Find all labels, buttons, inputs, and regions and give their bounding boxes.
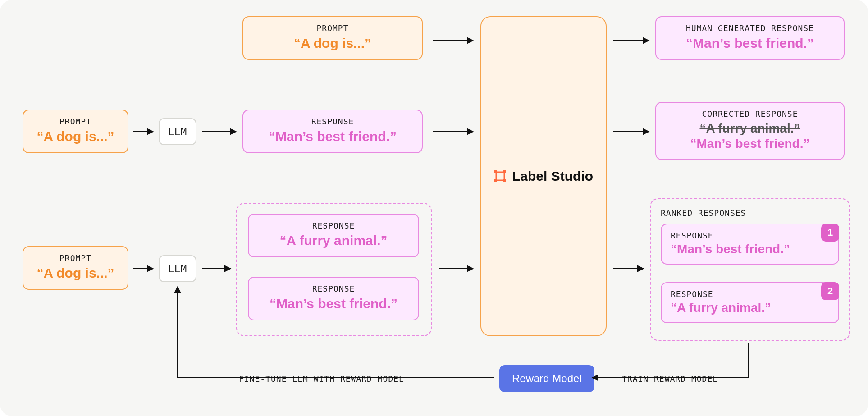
diagram-stage: PROMPT “A dog is...” PROMPT “A dog is...… xyxy=(0,0,868,416)
rank-badge-1: 1 xyxy=(821,224,839,242)
response-label: RESPONSE xyxy=(252,117,413,126)
rank-badge-2: 2 xyxy=(821,282,839,300)
response-card-mid: RESPONSE “Man’s best friend.” xyxy=(242,110,423,153)
ranked-text: “A furry animal.” xyxy=(671,301,829,315)
ranked-card-2: RESPONSE “A furry animal.” 2 xyxy=(661,282,839,323)
prompt-label: PROMPT xyxy=(32,253,119,263)
label-studio-node: Label Studio xyxy=(480,16,607,336)
corrected-strike: “A furry animal.” xyxy=(665,121,835,136)
response-label: RESPONSE xyxy=(258,221,409,230)
label-studio-text: Label Studio xyxy=(512,169,593,184)
response-text: “A furry animal.” xyxy=(258,233,409,248)
finetune-caption: FINE-TUNE LLM WITH REWARD MODEL xyxy=(239,374,404,384)
llm-node-bot: LLM xyxy=(159,255,196,282)
response-card-a: RESPONSE “A furry animal.” xyxy=(248,214,419,257)
label-studio-inner: Label Studio xyxy=(494,169,593,184)
ranked-label: RESPONSE xyxy=(671,289,829,299)
response-card-b: RESPONSE “Man’s best friend.” xyxy=(248,277,419,320)
corrected-title: CORRECTED RESPONSE xyxy=(665,109,835,119)
llm-label: LLM xyxy=(168,126,187,137)
ranked-label: RESPONSE xyxy=(671,231,829,240)
prompt-card-top: PROMPT “A dog is...” xyxy=(242,16,423,60)
response-text: “Man’s best friend.” xyxy=(252,129,413,144)
prompt-card-mid: PROMPT “A dog is...” xyxy=(23,110,128,153)
human-response-title: HUMAN GENERATED RESPONSE xyxy=(665,23,835,33)
human-response-card: HUMAN GENERATED RESPONSE “Man’s best fri… xyxy=(655,16,845,60)
train-caption: TRAIN REWARD MODEL xyxy=(622,374,718,384)
human-response-text: “Man’s best friend.” xyxy=(665,36,835,51)
svg-rect-3 xyxy=(494,179,497,182)
llm-node-mid: LLM xyxy=(159,118,196,145)
reward-model-node: Reward Model xyxy=(499,365,594,392)
ranked-card-1: RESPONSE “Man’s best friend.” 1 xyxy=(661,224,839,265)
ranked-text: “Man’s best friend.” xyxy=(671,242,829,256)
corrected-response-card: CORRECTED RESPONSE “A furry animal.” “Ma… xyxy=(655,102,845,160)
llm-label: LLM xyxy=(168,263,187,274)
svg-rect-4 xyxy=(503,179,506,182)
response-label: RESPONSE xyxy=(258,284,409,293)
prompt-text: “A dog is...” xyxy=(32,265,119,281)
svg-rect-2 xyxy=(503,170,506,173)
prompt-label: PROMPT xyxy=(252,23,413,33)
prompt-label: PROMPT xyxy=(32,117,119,126)
prompt-text: “A dog is...” xyxy=(32,129,119,144)
corrected-text: “Man’s best friend.” xyxy=(665,137,835,151)
reward-model-text: Reward Model xyxy=(512,372,582,384)
response-text: “Man’s best friend.” xyxy=(258,296,409,311)
svg-rect-1 xyxy=(494,170,497,173)
prompt-text: “A dog is...” xyxy=(252,36,413,51)
svg-rect-0 xyxy=(496,172,504,180)
label-studio-icon xyxy=(494,170,507,183)
ranked-title: RANKED RESPONSES xyxy=(661,208,746,218)
prompt-card-bot: PROMPT “A dog is...” xyxy=(23,246,128,290)
